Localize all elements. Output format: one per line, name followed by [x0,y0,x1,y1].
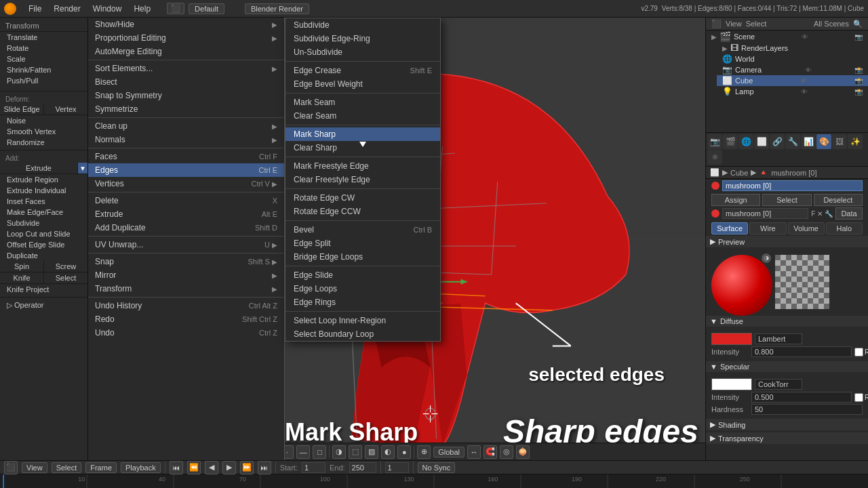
lm-redo[interactable]: RedoShift Ctrl Z [88,312,284,326]
ctx-mark-freestyle-edge[interactable]: Mark Freestyle Edge [285,159,440,173]
ctx-unsubdivide[interactable]: Un-Subdivide [285,45,440,59]
lm-bisect[interactable]: Bisect [88,75,284,89]
extrude-region-btn[interactable]: Extrude Region [0,174,87,185]
lm-delete[interactable]: DeleteX [88,194,284,207]
physics-props-icon[interactable]: ⚛ [707,150,722,165]
ctx-select-boundary-loop[interactable]: Select Boundary Loop [285,327,440,341]
tab-wire[interactable]: Wire [749,222,786,235]
timeline-select-btn[interactable]: Select [52,462,82,473]
hardness-input[interactable] [751,404,863,415]
texture-shading-btn[interactable]: ▨ [365,445,378,459]
extrude-dropdown-btn[interactable]: ▼ [78,163,87,174]
lm-undo-history[interactable]: Undo HistoryCtrl Alt Z [88,299,284,312]
lm-faces[interactable]: FacesCtrl F [88,150,284,163]
vertex-btn[interactable]: Vertex [44,104,87,115]
scene-eye-icon[interactable]: 👁 [802,33,808,41]
ctx-edge-slide[interactable]: Edge Slide [285,268,440,282]
lm-uv-unwrap[interactable]: UV Unwrap...U ▶ [88,238,284,251]
solid-shading-btn[interactable]: ◑ [332,445,346,459]
lm-snap-sym[interactable]: Snap to Symmetry [88,89,284,102]
extrude-btn[interactable]: Extrude [0,163,78,174]
data-tab-btn[interactable]: Data [835,207,863,220]
timeline-frame-btn[interactable]: Frame [85,462,117,473]
noise-btn[interactable]: Noise [0,115,87,126]
manipulator-btn[interactable]: ↔ [467,445,481,459]
menu-help[interactable]: Help [128,3,156,15]
outliner-view-label[interactable]: View [726,20,742,28]
diffuse-ramp-label[interactable]: Ramp [854,348,868,357]
frame-start-input[interactable] [302,462,326,473]
outliner-cube[interactable]: ⬜ Cube 👁 📸 [717,75,868,86]
render-props-icon[interactable]: 📷 [707,134,722,149]
texture-props-icon[interactable]: 🖼 [832,134,847,149]
ctx-rotate-cw[interactable]: Rotate Edge CW [285,191,440,205]
shading-section-title[interactable]: ▶Shading [706,419,868,430]
viewport[interactable]: User Persp Show/Hide▶ Proportional Editi… [88,18,705,460]
data-props-icon[interactable]: 📊 [801,134,816,149]
outliner-select-label[interactable]: Select [746,20,767,28]
material-slot-input[interactable]: mushroom [0] [722,208,808,219]
smooth-vertex-btn[interactable]: Smooth Vertex [0,126,87,137]
transparency-section-title[interactable]: ▶Transparency [706,432,868,444]
edge-context-submenu[interactable]: Subdivide Subdivide Edge-Ring Un-Subdivi… [285,18,441,342]
face-mode-icon[interactable]: □ [313,445,326,459]
outliner-renderlayers[interactable]: ▶ 🎞 RenderLayers [717,43,868,54]
scene-render-icon[interactable]: 📷 [854,33,863,41]
left-context-menu[interactable]: Show/Hide▶ Proportional Editing▶ AutoMer… [88,18,285,460]
proportional-btn[interactable]: ◎ [500,445,513,459]
translate-btn[interactable]: Translate [0,32,87,43]
ctx-clear-seam[interactable]: Clear Seam [285,109,440,123]
diffuse-intensity-input[interactable] [751,346,852,357]
specular-ramp-label[interactable]: Ramp [854,393,868,402]
no-sync-btn[interactable]: No Sync [418,462,456,473]
editor-type-btn[interactable]: ⬛ [167,3,184,14]
ctx-clear-sharp[interactable]: Clear Sharp [285,141,440,155]
modifier-props-icon[interactable]: 🔧 [785,134,800,149]
timeline-view-btn[interactable]: View [22,462,47,473]
screw-btn[interactable]: Screw [44,261,87,272]
ctx-edge-crease[interactable]: Edge CreaseShift E [285,64,440,77]
ctx-subdivide-edge-ring[interactable]: Subdivide Edge-Ring [285,32,440,45]
lm-edges[interactable]: EdgesCtrl E [88,163,284,177]
outliner-icon-btn[interactable]: ⬛ [711,19,722,28]
current-frame-input[interactable] [385,462,409,473]
ctx-mark-seam[interactable]: Mark Seam [285,96,440,109]
lm-show-hide[interactable]: Show/Hide▶ [88,18,284,31]
ctx-mark-sharp[interactable]: Mark Sharp [285,127,440,141]
ctx-edge-split[interactable]: Edge Split [285,237,440,250]
snap-btn[interactable]: 🧲 [484,445,497,459]
lm-add-duplicate[interactable]: Add DuplicateShift D [88,221,284,235]
material-props-icon[interactable]: 🎨 [816,134,831,149]
ctx-rotate-ccw[interactable]: Rotate Edge CCW [285,205,440,218]
specular-ramp-check[interactable] [854,393,863,402]
outliner-scene-item[interactable]: ▶ 🎬 Scene 👁 📷 [706,30,868,43]
pivot-btn[interactable]: ⊕ [417,445,431,459]
material-shading-btn[interactable]: ◐ [381,445,395,459]
wire-shading-btn[interactable]: ⬚ [349,445,362,459]
lm-normals[interactable]: Normals▶ [88,133,284,146]
object-props-icon[interactable]: ⬜ [754,134,769,149]
tab-halo[interactable]: Halo [826,222,863,235]
specular-color-swatch[interactable] [711,378,752,390]
play-reverse-btn[interactable]: ◀ [205,461,218,474]
timeline-track[interactable]: 10 40 70 100 130 160 190 220 250 [0,474,868,488]
global-btn[interactable]: Global [433,447,465,458]
extrude-individual-btn[interactable]: Extrude Individual [0,185,87,196]
mat-slot-icons[interactable]: F ✕ 🔧 [811,210,833,218]
jump-end-btn[interactable]: ⏭ [258,461,271,474]
material-name-input[interactable] [722,180,863,191]
lm-extrude[interactable]: ExtrudeAlt E [88,207,284,221]
lm-symmetrize[interactable]: Symmetrize [88,102,284,116]
specular-section-title[interactable]: ▼Specular [706,361,868,372]
lm-automerge[interactable]: AutoMerge Editing [88,45,284,58]
diffuse-shader-select[interactable]: Lambert [755,333,802,344]
randomize-btn[interactable]: Randomize [0,137,87,148]
particle-props-icon[interactable]: ✨ [848,134,863,149]
timeline-editor-icon[interactable]: ⬛ [4,461,18,474]
ctx-edge-bevel-weight[interactable]: Edge Bevel Weight [285,77,440,91]
rendered-shading-btn[interactable]: ● [397,445,411,459]
shrink-fatten-btn[interactable]: Shrink/Fatten [0,64,87,75]
knife-btn[interactable]: Knife [0,272,44,283]
outliner-world[interactable]: 🌐 World [717,54,868,64]
lm-sort-elements[interactable]: Sort Elements...▶ [88,62,284,75]
